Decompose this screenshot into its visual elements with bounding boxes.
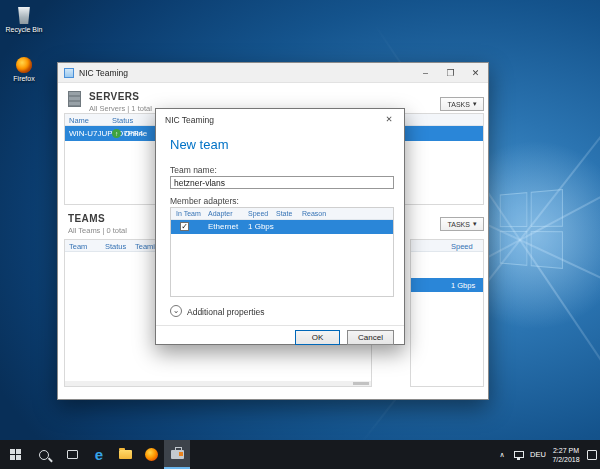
column-header-in-team[interactable]: In Team bbox=[176, 210, 201, 217]
ethernet-adapter-row[interactable]: ✓ Ethernet 1 Gbps bbox=[171, 220, 393, 234]
windows-logo-icon bbox=[10, 449, 21, 460]
desktop-icon-label: Recycle Bin bbox=[4, 26, 44, 33]
network-icon bbox=[514, 451, 524, 458]
server-manager-icon bbox=[171, 450, 184, 459]
tray-network-button[interactable] bbox=[510, 440, 528, 469]
task-view-button[interactable] bbox=[58, 440, 86, 469]
adapters-table-header: Speed bbox=[411, 240, 483, 252]
taskbar-search-button[interactable] bbox=[30, 440, 58, 469]
team-name-label: Team name: bbox=[170, 165, 217, 175]
recycle-bin-icon bbox=[17, 7, 31, 24]
adapters-table: Speed 1 Gbps bbox=[410, 239, 484, 387]
ok-button[interactable]: OK bbox=[295, 330, 340, 345]
servers-heading: SERVERS bbox=[89, 91, 139, 102]
tray-hidden-icons-button[interactable]: ∧ bbox=[494, 440, 510, 469]
column-header-status[interactable]: Status bbox=[105, 242, 126, 251]
column-header-name[interactable]: Name bbox=[69, 116, 89, 125]
clock-date: 7/2/2018 bbox=[552, 455, 579, 464]
windows-logo-wallpaper bbox=[500, 189, 563, 269]
tray-language-indicator[interactable]: DEU bbox=[528, 440, 548, 469]
additional-properties-label: Additional properties bbox=[187, 307, 265, 317]
firefox-icon bbox=[145, 448, 158, 461]
action-center-icon bbox=[587, 450, 597, 460]
member-adapters-label: Member adapters: bbox=[170, 196, 239, 206]
language-label: DEU bbox=[530, 450, 546, 459]
edge-icon: e bbox=[95, 440, 103, 469]
clock-time: 2:27 PM bbox=[553, 446, 579, 455]
desktop-icon-label: Firefox bbox=[4, 75, 44, 82]
desktop-icon-recycle-bin[interactable]: Recycle Bin bbox=[4, 7, 44, 33]
scrollbar-thumb[interactable] bbox=[353, 382, 369, 385]
close-button[interactable]: ✕ bbox=[463, 63, 488, 83]
window-title: NIC Teaming bbox=[79, 68, 128, 78]
action-center-button[interactable] bbox=[584, 440, 600, 469]
adapter-name: Ethernet bbox=[208, 222, 238, 231]
teams-subheading: All Teams | 0 total bbox=[68, 226, 127, 235]
servers-tasks-button[interactable]: TASKS ▾ bbox=[440, 97, 484, 111]
column-header-reason[interactable]: Reason bbox=[302, 210, 326, 217]
in-team-checkbox[interactable]: ✓ bbox=[180, 222, 189, 231]
servers-icon bbox=[68, 91, 81, 107]
chevron-down-icon: ▾ bbox=[473, 100, 477, 108]
start-button[interactable] bbox=[0, 440, 30, 469]
dialog-titlebar[interactable]: NIC Teaming ✕ bbox=[156, 109, 404, 129]
tasks-label: TASKS bbox=[448, 221, 470, 228]
horizontal-scrollbar[interactable] bbox=[65, 381, 371, 386]
app-icon bbox=[64, 68, 74, 78]
tasks-label: TASKS bbox=[448, 101, 470, 108]
member-adapters-table: In Team Adapter Speed State Reason ✓ Eth… bbox=[170, 207, 394, 297]
column-header-state[interactable]: State bbox=[276, 210, 292, 217]
dialog-close-button[interactable]: ✕ bbox=[374, 109, 404, 129]
server-status: Online bbox=[124, 129, 147, 138]
dialog-heading: New team bbox=[170, 137, 229, 152]
chevron-up-icon: ∧ bbox=[499, 451, 504, 459]
online-status-icon: ↑ bbox=[112, 129, 121, 138]
adapter-row-selected[interactable]: 1 Gbps bbox=[411, 278, 483, 292]
desktop-icon-firefox[interactable]: Firefox bbox=[4, 57, 44, 82]
window-titlebar[interactable]: NIC Teaming – ❐ ✕ bbox=[58, 63, 488, 83]
task-view-icon bbox=[67, 450, 78, 459]
desktop: Recycle Bin Firefox NIC Teaming – ❐ ✕ SE… bbox=[0, 0, 600, 469]
chevron-down-icon: ▾ bbox=[473, 220, 477, 228]
member-adapters-header: In Team Adapter Speed State Reason bbox=[171, 208, 393, 220]
column-header-status[interactable]: Status bbox=[112, 116, 133, 125]
column-header-adapter[interactable]: Adapter bbox=[208, 210, 233, 217]
window-controls: – ❐ ✕ bbox=[413, 63, 488, 83]
team-name-input[interactable] bbox=[170, 176, 394, 189]
servers-subheading: All Servers | 1 total bbox=[89, 104, 152, 113]
adapter-speed: 1 Gbps bbox=[248, 222, 274, 231]
minimize-button[interactable]: – bbox=[413, 63, 438, 83]
column-header-team[interactable]: Team bbox=[69, 242, 87, 251]
taskbar-file-explorer-button[interactable] bbox=[112, 440, 138, 469]
additional-properties-toggle[interactable]: ⌄ bbox=[170, 305, 182, 317]
firefox-icon bbox=[16, 57, 32, 73]
new-team-dialog: NIC Teaming ✕ New team Team name: Member… bbox=[155, 108, 405, 345]
search-icon bbox=[39, 450, 49, 460]
adapter-speed: 1 Gbps bbox=[451, 281, 475, 290]
column-header-speed[interactable]: Speed bbox=[248, 210, 268, 217]
adapters-tasks-button[interactable]: TASKS ▾ bbox=[440, 217, 484, 231]
column-header-speed[interactable]: Speed bbox=[451, 242, 473, 251]
cancel-button[interactable]: Cancel bbox=[347, 330, 394, 345]
taskbar: e ∧ DEU 2:27 PM 7/2/2018 bbox=[0, 440, 600, 469]
file-explorer-icon bbox=[119, 450, 132, 459]
teams-heading: TEAMS bbox=[68, 213, 105, 224]
taskbar-server-manager-button-active[interactable] bbox=[164, 440, 190, 469]
maximize-button[interactable]: ❐ bbox=[438, 63, 463, 83]
tray-clock[interactable]: 2:27 PM 7/2/2018 bbox=[548, 440, 584, 469]
taskbar-edge-button[interactable]: e bbox=[86, 440, 112, 469]
taskbar-firefox-button[interactable] bbox=[138, 440, 164, 469]
dialog-title: NIC Teaming bbox=[165, 115, 214, 125]
dialog-divider bbox=[156, 325, 404, 326]
